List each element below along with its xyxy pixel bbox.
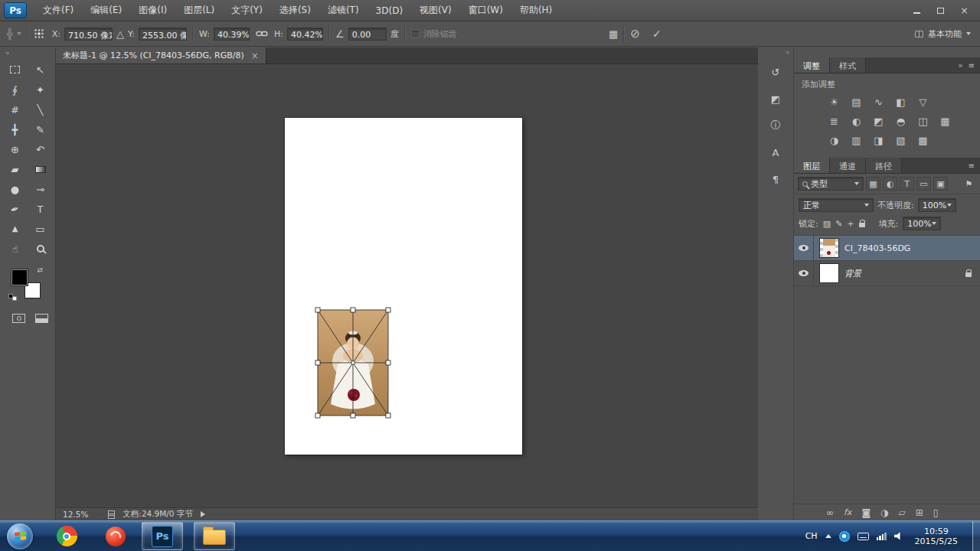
layer-thumbnail[interactable]	[819, 238, 839, 258]
tab-close-icon[interactable]: ×	[251, 51, 259, 61]
link-dimensions-icon[interactable]	[256, 29, 268, 38]
layer-row-background[interactable]: 背景	[794, 261, 980, 286]
transform-preview[interactable]	[314, 306, 392, 419]
dodge-tool[interactable]: ⊸	[28, 179, 53, 199]
commit-transform-button[interactable]: ✓	[652, 28, 662, 40]
panel-menu-icon[interactable]: ≡	[969, 61, 975, 70]
new-group-icon[interactable]: ▱	[899, 508, 906, 517]
visibility-toggle[interactable]	[794, 236, 814, 260]
quick-mask-mode-button[interactable]	[12, 314, 25, 323]
gradient-map-icon[interactable]: ▧	[890, 131, 912, 150]
menu-help[interactable]: 帮助(H)	[511, 0, 560, 21]
link-layers-icon[interactable]: ∞	[826, 508, 834, 517]
panel-menu-icon[interactable]: ≡	[969, 161, 975, 170]
pen-tool[interactable]: ✒	[2, 199, 28, 219]
taskbar-item-red-app[interactable]	[100, 527, 131, 546]
move-tool[interactable]: ↖	[28, 60, 53, 80]
menu-image[interactable]: 图像(I)	[130, 0, 175, 21]
volume-tray-icon[interactable]	[894, 532, 903, 540]
path-selection-tool[interactable]: ▲	[2, 219, 28, 239]
default-colors-icon[interactable]	[8, 294, 17, 301]
tab-channels[interactable]: 通道	[830, 158, 866, 173]
language-indicator[interactable]: CH	[805, 531, 818, 541]
posterize-icon[interactable]: ▥	[845, 131, 867, 150]
layer-effects-icon[interactable]: fx	[844, 508, 851, 517]
document-canvas[interactable]	[285, 118, 522, 455]
network-tray-icon[interactable]	[877, 533, 887, 540]
lock-image-pixels-icon[interactable]: ✎	[835, 219, 842, 229]
selective-color-icon[interactable]: ▩	[912, 131, 934, 150]
restore-button[interactable]	[929, 3, 952, 18]
y-position-field[interactable]: 2553.00 像素	[139, 28, 187, 41]
exposure-icon[interactable]: ◧	[890, 93, 912, 112]
layer-name[interactable]: 背景	[844, 268, 861, 279]
black-white-icon[interactable]: ◩	[867, 112, 890, 131]
width-scale-field[interactable]: 40.39%	[214, 28, 250, 41]
channel-mixer-icon[interactable]: ◫	[912, 112, 934, 131]
color-balance-icon[interactable]: ◐	[845, 112, 867, 131]
brightness-contrast-icon[interactable]: ☀	[823, 93, 845, 112]
tab-adjustments[interactable]: 调整	[794, 57, 830, 73]
foreground-color-swatch[interactable]	[11, 269, 28, 285]
menu-view[interactable]: 视图(V)	[411, 0, 460, 21]
relative-position-icon[interactable]: △	[116, 28, 124, 40]
filter-adjustment-layers-icon[interactable]: ◐	[883, 177, 897, 191]
close-button[interactable]: ×	[953, 3, 975, 18]
toolbar-collapse[interactable]: «	[0, 47, 55, 57]
warp-mode-icon[interactable]: ▦	[609, 28, 618, 40]
filter-type-layers-icon[interactable]: T	[900, 177, 914, 191]
clone-stamp-tool[interactable]: ⊕	[2, 139, 28, 159]
character-panel-icon[interactable]: A	[766, 144, 785, 161]
spot-healing-brush-tool[interactable]: ╋	[2, 119, 28, 139]
new-layer-icon[interactable]: ⊞	[916, 508, 923, 517]
taskbar-item-explorer[interactable]	[194, 522, 235, 550]
threshold-icon[interactable]: ◨	[867, 131, 890, 150]
opacity-select[interactable]: 100%	[918, 198, 956, 212]
taskbar-item-photoshop[interactable]: Ps	[142, 522, 183, 550]
tab-styles[interactable]: 样式	[830, 57, 866, 73]
dock-collapse[interactable]: «	[758, 47, 793, 57]
panel-collapse-icon[interactable]: »	[958, 61, 962, 70]
hue-saturation-icon[interactable]: ≣	[823, 112, 845, 131]
canvas-pasteboard[interactable]	[56, 65, 758, 507]
menu-edit[interactable]: 编辑(E)	[82, 0, 130, 21]
show-desktop-button[interactable]	[972, 521, 980, 551]
gradient-tool[interactable]	[28, 159, 53, 179]
tool-preset-icon[interactable]: ╬	[7, 28, 13, 40]
menu-type[interactable]: 文字(Y)	[223, 0, 271, 21]
hand-tool[interactable]: ☝	[2, 239, 28, 259]
rectangular-marquee-tool[interactable]	[2, 60, 28, 80]
properties-panel-icon[interactable]: ◩	[766, 90, 785, 107]
photo-filter-icon[interactable]: ◓	[890, 112, 912, 131]
lock-position-icon[interactable]: +	[847, 219, 854, 229]
filter-smart-objects-icon[interactable]: ▣	[933, 177, 948, 191]
ime-tray-icon[interactable]	[839, 531, 850, 542]
swap-colors-icon[interactable]: ⇄	[37, 266, 43, 274]
crop-tool[interactable]: #	[2, 99, 28, 119]
filter-shape-layers-icon[interactable]: ▭	[916, 177, 931, 191]
menu-filter[interactable]: 滤镜(T)	[319, 0, 368, 21]
menu-layer[interactable]: 图层(L)	[175, 0, 223, 21]
color-lookup-icon[interactable]: ▦	[934, 112, 956, 131]
lasso-tool[interactable]: ∮	[2, 80, 28, 99]
fill-select[interactable]: 100%	[903, 217, 941, 230]
tab-paths[interactable]: 路径	[866, 158, 902, 173]
layer-thumbnail[interactable]	[819, 263, 839, 283]
menu-3d[interactable]: 3D(D)	[368, 0, 411, 21]
blur-tool[interactable]: ●	[2, 179, 28, 199]
screen-mode-button[interactable]	[35, 314, 48, 323]
history-brush-tool[interactable]: ↶	[28, 139, 53, 159]
rotation-field[interactable]: 0.00	[348, 28, 387, 41]
eyedropper-tool[interactable]: ╲	[28, 99, 53, 119]
lock-all-icon[interactable]	[859, 223, 865, 227]
layer-name[interactable]: CI_78403-56DG	[844, 243, 910, 253]
show-hidden-icons[interactable]	[825, 534, 831, 538]
new-adjustment-layer-icon[interactable]: ◑	[880, 508, 888, 517]
eraser-tool[interactable]: ▰	[2, 159, 28, 179]
status-flyout-icon[interactable]	[201, 511, 205, 517]
paragraph-panel-icon[interactable]: ¶	[766, 171, 785, 187]
visibility-toggle[interactable]	[794, 261, 814, 285]
taskbar-clock[interactable]: 10:59 2015/5/25	[915, 527, 958, 546]
height-scale-field[interactable]: 40.42%	[287, 28, 323, 41]
antialias-checkbox[interactable]	[411, 30, 420, 38]
